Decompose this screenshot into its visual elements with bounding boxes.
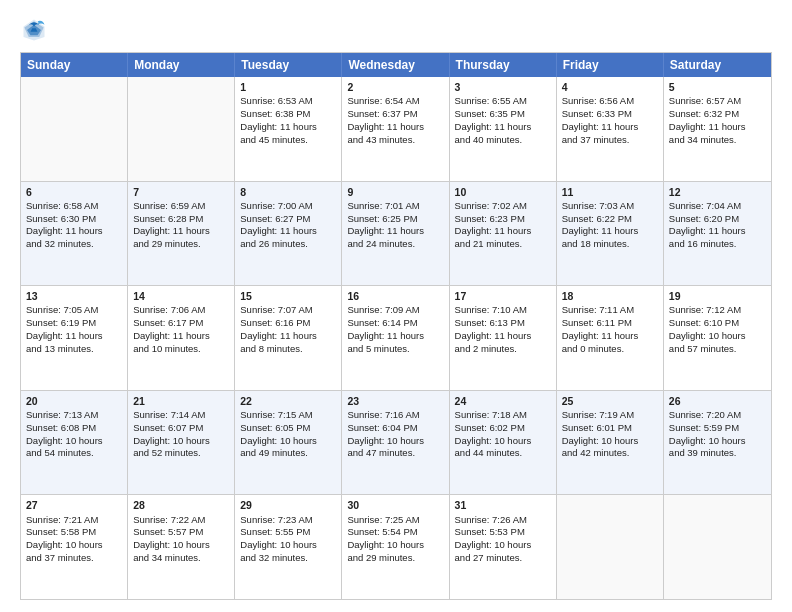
day-number: 29 <box>240 498 336 512</box>
day-info: and 2 minutes. <box>455 343 551 356</box>
day-info: Sunrise: 7:12 AM <box>669 304 766 317</box>
day-info: Sunset: 6:35 PM <box>455 108 551 121</box>
day-info: Daylight: 10 hours <box>669 330 766 343</box>
calendar-body: 1Sunrise: 6:53 AMSunset: 6:38 PMDaylight… <box>21 77 771 599</box>
day-info: Sunrise: 7:01 AM <box>347 200 443 213</box>
day-info: Daylight: 10 hours <box>669 435 766 448</box>
calendar-cell: 5Sunrise: 6:57 AMSunset: 6:32 PMDaylight… <box>664 77 771 181</box>
day-info: Sunrise: 7:04 AM <box>669 200 766 213</box>
day-info: Sunset: 6:37 PM <box>347 108 443 121</box>
header-cell-wednesday: Wednesday <box>342 53 449 77</box>
day-number: 9 <box>347 185 443 199</box>
calendar-cell: 2Sunrise: 6:54 AMSunset: 6:37 PMDaylight… <box>342 77 449 181</box>
calendar-cell: 22Sunrise: 7:15 AMSunset: 6:05 PMDayligh… <box>235 391 342 495</box>
calendar-cell: 29Sunrise: 7:23 AMSunset: 5:55 PMDayligh… <box>235 495 342 599</box>
calendar-cell: 13Sunrise: 7:05 AMSunset: 6:19 PMDayligh… <box>21 286 128 390</box>
calendar-cell: 11Sunrise: 7:03 AMSunset: 6:22 PMDayligh… <box>557 182 664 286</box>
day-info: Sunrise: 7:15 AM <box>240 409 336 422</box>
calendar-cell: 21Sunrise: 7:14 AMSunset: 6:07 PMDayligh… <box>128 391 235 495</box>
day-info: Sunset: 6:14 PM <box>347 317 443 330</box>
calendar-cell <box>21 77 128 181</box>
day-info: and 8 minutes. <box>240 343 336 356</box>
day-info: Daylight: 10 hours <box>347 435 443 448</box>
calendar-row: 1Sunrise: 6:53 AMSunset: 6:38 PMDaylight… <box>21 77 771 181</box>
day-info: Sunrise: 7:19 AM <box>562 409 658 422</box>
day-info: and 43 minutes. <box>347 134 443 147</box>
day-info: Sunset: 6:22 PM <box>562 213 658 226</box>
day-info: Sunrise: 6:58 AM <box>26 200 122 213</box>
day-info: Sunrise: 7:21 AM <box>26 514 122 527</box>
calendar-cell: 26Sunrise: 7:20 AMSunset: 5:59 PMDayligh… <box>664 391 771 495</box>
day-info: Sunrise: 7:23 AM <box>240 514 336 527</box>
day-info: Sunrise: 7:03 AM <box>562 200 658 213</box>
calendar-row: 6Sunrise: 6:58 AMSunset: 6:30 PMDaylight… <box>21 181 771 286</box>
day-number: 16 <box>347 289 443 303</box>
day-info: and 54 minutes. <box>26 447 122 460</box>
day-number: 11 <box>562 185 658 199</box>
calendar-cell: 9Sunrise: 7:01 AMSunset: 6:25 PMDaylight… <box>342 182 449 286</box>
calendar-cell: 17Sunrise: 7:10 AMSunset: 6:13 PMDayligh… <box>450 286 557 390</box>
day-info: Sunset: 6:33 PM <box>562 108 658 121</box>
calendar-cell: 16Sunrise: 7:09 AMSunset: 6:14 PMDayligh… <box>342 286 449 390</box>
calendar-cell: 24Sunrise: 7:18 AMSunset: 6:02 PMDayligh… <box>450 391 557 495</box>
day-number: 31 <box>455 498 551 512</box>
day-info: and 0 minutes. <box>562 343 658 356</box>
header-cell-tuesday: Tuesday <box>235 53 342 77</box>
day-number: 21 <box>133 394 229 408</box>
calendar-cell: 25Sunrise: 7:19 AMSunset: 6:01 PMDayligh… <box>557 391 664 495</box>
day-info: and 24 minutes. <box>347 238 443 251</box>
calendar: SundayMondayTuesdayWednesdayThursdayFrid… <box>20 52 772 600</box>
page: SundayMondayTuesdayWednesdayThursdayFrid… <box>0 0 792 612</box>
calendar-cell: 27Sunrise: 7:21 AMSunset: 5:58 PMDayligh… <box>21 495 128 599</box>
day-info: Daylight: 11 hours <box>240 330 336 343</box>
day-info: Daylight: 11 hours <box>347 121 443 134</box>
day-info: and 10 minutes. <box>133 343 229 356</box>
calendar-cell: 31Sunrise: 7:26 AMSunset: 5:53 PMDayligh… <box>450 495 557 599</box>
day-info: Sunset: 6:08 PM <box>26 422 122 435</box>
day-info: and 57 minutes. <box>669 343 766 356</box>
day-number: 24 <box>455 394 551 408</box>
day-number: 1 <box>240 80 336 94</box>
day-info: Daylight: 11 hours <box>347 225 443 238</box>
day-info: Daylight: 11 hours <box>240 225 336 238</box>
day-info: Sunrise: 7:20 AM <box>669 409 766 422</box>
day-info: Daylight: 11 hours <box>562 330 658 343</box>
header <box>20 16 772 44</box>
calendar-cell: 28Sunrise: 7:22 AMSunset: 5:57 PMDayligh… <box>128 495 235 599</box>
day-number: 3 <box>455 80 551 94</box>
day-info: Sunset: 6:38 PM <box>240 108 336 121</box>
day-info: Sunset: 6:04 PM <box>347 422 443 435</box>
day-number: 27 <box>26 498 122 512</box>
calendar-cell: 30Sunrise: 7:25 AMSunset: 5:54 PMDayligh… <box>342 495 449 599</box>
day-number: 23 <box>347 394 443 408</box>
day-info: Daylight: 11 hours <box>133 225 229 238</box>
day-info: and 37 minutes. <box>26 552 122 565</box>
day-number: 25 <box>562 394 658 408</box>
day-number: 6 <box>26 185 122 199</box>
day-info: Sunrise: 7:22 AM <box>133 514 229 527</box>
day-info: Daylight: 11 hours <box>26 330 122 343</box>
calendar-cell: 12Sunrise: 7:04 AMSunset: 6:20 PMDayligh… <box>664 182 771 286</box>
day-info: Sunrise: 7:00 AM <box>240 200 336 213</box>
day-info: and 34 minutes. <box>669 134 766 147</box>
day-info: Sunset: 6:30 PM <box>26 213 122 226</box>
day-info: Daylight: 11 hours <box>455 225 551 238</box>
day-number: 7 <box>133 185 229 199</box>
day-info: and 37 minutes. <box>562 134 658 147</box>
day-info: and 18 minutes. <box>562 238 658 251</box>
day-info: Sunset: 6:25 PM <box>347 213 443 226</box>
calendar-cell: 4Sunrise: 6:56 AMSunset: 6:33 PMDaylight… <box>557 77 664 181</box>
calendar-row: 27Sunrise: 7:21 AMSunset: 5:58 PMDayligh… <box>21 494 771 599</box>
day-info: Sunrise: 6:59 AM <box>133 200 229 213</box>
day-info: Daylight: 11 hours <box>562 121 658 134</box>
day-info: and 44 minutes. <box>455 447 551 460</box>
calendar-cell: 1Sunrise: 6:53 AMSunset: 6:38 PMDaylight… <box>235 77 342 181</box>
day-info: and 13 minutes. <box>26 343 122 356</box>
day-info: Sunset: 6:01 PM <box>562 422 658 435</box>
day-info: Sunrise: 6:56 AM <box>562 95 658 108</box>
day-info: and 29 minutes. <box>133 238 229 251</box>
day-info: Daylight: 11 hours <box>133 330 229 343</box>
day-info: and 40 minutes. <box>455 134 551 147</box>
day-info: Daylight: 10 hours <box>562 435 658 448</box>
day-info: and 42 minutes. <box>562 447 658 460</box>
